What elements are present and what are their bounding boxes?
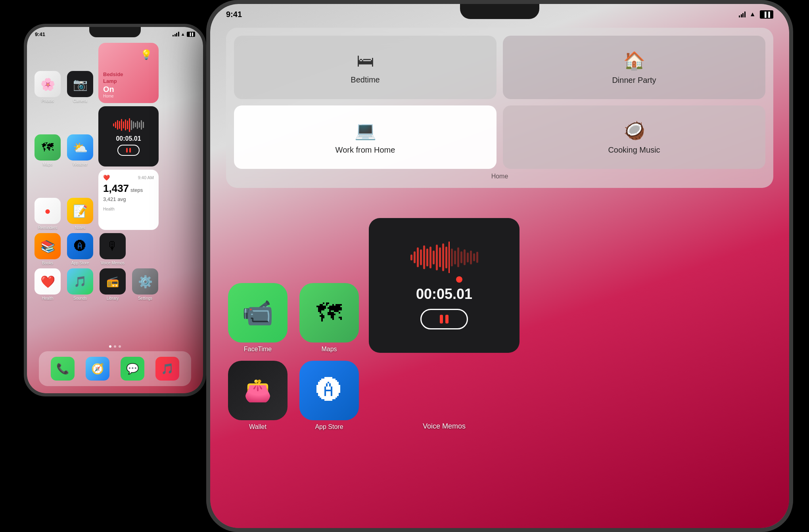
home-widget-status: On	[103, 85, 114, 94]
dock-phone[interactable]: 📞	[51, 357, 75, 381]
health-heart-icon: ❤️	[103, 174, 110, 181]
app-settings[interactable]: ⚙️ Settings	[131, 268, 159, 300]
home-widget-area: 🛏 Bedtime 🏠 Dinner Party 💻 Work from Hom…	[226, 28, 773, 188]
app-maps[interactable]: 🗺 Maps	[33, 134, 62, 166]
shortcut-dinner-party[interactable]: 🏠 Dinner Party	[503, 36, 765, 99]
large-app-facetime[interactable]: 📹 FaceTime	[226, 283, 289, 353]
small-status-time: 9:41	[35, 31, 45, 37]
large-app-wallet[interactable]: 👛 Wallet	[226, 361, 289, 431]
app-sounds[interactable]: 🎵 Sounds	[66, 268, 94, 300]
widget-health-small[interactable]: ❤️ 9:40 AM 1,437 steps 3,421 avg Health	[98, 170, 159, 230]
app-notes[interactable]: 📝 Notes	[66, 198, 94, 230]
large-signal-icon	[739, 11, 746, 17]
large-app-maps[interactable]: 🗺 Maps	[297, 283, 361, 353]
voice-pause-button-small[interactable]	[117, 145, 140, 156]
dock-safari[interactable]: 🧭	[86, 357, 109, 381]
large-status-time: 9:41	[226, 10, 242, 19]
battery-icon: ▐▐	[187, 32, 195, 37]
voice-time-small: 00:05.01	[116, 135, 141, 142]
bedtime-label: Bedtime	[351, 75, 380, 84]
large-app-section: 📹 FaceTime 🗺 Maps	[226, 218, 773, 438]
small-phone-screen: 9:41 ▲ ▐▐ 🌸 Photos	[27, 27, 203, 393]
wifi-icon: ▲	[181, 32, 185, 36]
shortcut-bedtime[interactable]: 🛏 Bedtime	[234, 36, 497, 99]
widget-home-small[interactable]: 💡 BedsideLamp On Home	[98, 43, 159, 103]
home-shortcuts-grid: 🛏 Bedtime 🏠 Dinner Party 💻 Work from Hom…	[234, 36, 765, 169]
app-camera[interactable]: 📷 Camera	[66, 71, 94, 103]
bedtime-icon: 🛏	[357, 51, 374, 71]
shortcut-cooking-music[interactable]: 🥥 Cooking Music	[503, 105, 765, 169]
app-photos[interactable]: 🌸 Photos	[33, 71, 62, 103]
widget-voice-small[interactable]: 00:05.01	[98, 106, 159, 166]
voice-pause-button-large[interactable]	[420, 309, 468, 329]
large-app-row-2: 👛 Wallet 🅐 App Store Voice Memos	[226, 361, 773, 431]
app-health[interactable]: ❤️ Health	[33, 268, 62, 300]
large-status-icons: ▲ ▐▐	[739, 10, 773, 19]
small-status-icons: ▲ ▐▐	[173, 32, 195, 37]
widget-voice-large[interactable]: 00:05.01	[369, 218, 520, 353]
app-appstore[interactable]: 🅐 App Store	[66, 233, 94, 265]
app-row-3: ● Reminders 📝 Notes ❤️ 9:40 AM	[33, 170, 197, 230]
waveform-large	[377, 241, 512, 273]
waveform-small	[113, 117, 144, 133]
small-app-grid: 🌸 Photos 📷 Camera 💡 BedsideLamp On Home	[33, 43, 197, 354]
dinner-label: Dinner Party	[612, 76, 656, 85]
large-wifi-icon: ▲	[750, 11, 756, 18]
large-app-appstore[interactable]: 🅐 App Store	[297, 361, 361, 431]
large-status-bar: 9:41 ▲ ▐▐	[226, 9, 773, 20]
work-label: Work from Home	[335, 145, 395, 155]
bulb-icon: 💡	[140, 49, 152, 60]
large-battery-icon: ▐▐	[760, 10, 773, 19]
large-voice-memos-label: Voice Memos	[369, 422, 520, 431]
page-dots	[109, 345, 121, 348]
waveform-needle-dot	[456, 276, 462, 283]
large-phone: 9:41 ▲ ▐▐ 🛏 Bedtime 🏠	[206, 0, 793, 532]
voice-time-large: 00:05.01	[416, 286, 472, 302]
app-reminders[interactable]: ● Reminders	[33, 198, 62, 230]
small-phone: 9:41 ▲ ▐▐ 🌸 Photos	[24, 24, 206, 396]
cooking-icon: 🥥	[623, 120, 645, 141]
app-books[interactable]: 📚 Books	[33, 233, 62, 265]
large-app-row-1: 📹 FaceTime 🗺 Maps	[226, 218, 773, 353]
home-widget-label: Home	[234, 173, 765, 180]
small-status-bar: 9:41 ▲ ▐▐	[35, 30, 195, 38]
app-weather[interactable]: ⛅ Weather	[66, 134, 94, 166]
signal-icon	[173, 32, 179, 36]
health-footer: Health	[103, 207, 154, 211]
work-icon: 💻	[355, 120, 376, 141]
app-voice-memos-small[interactable]: 🎙 Voice Memos	[98, 233, 127, 265]
large-phone-screen: 9:41 ▲ ▐▐ 🛏 Bedtime 🏠	[210, 4, 789, 528]
app-row-2: 🗺 Maps ⛅ Weather	[33, 106, 197, 166]
health-avg: 3,421	[103, 196, 116, 202]
app-library[interactable]: 📻 Library	[98, 268, 127, 300]
home-widget-footer: Home	[103, 94, 114, 98]
dock-music[interactable]: 🎵	[155, 357, 179, 381]
health-avg-label: avg	[118, 196, 126, 202]
app-row-5: ❤️ Health 🎵 Sounds 📻 Library	[33, 268, 197, 300]
dock-messages[interactable]: 💬	[121, 357, 144, 381]
dinner-icon: 🏠	[623, 50, 645, 71]
cooking-label: Cooking Music	[608, 145, 660, 155]
shortcut-work-from-home[interactable]: 💻 Work from Home	[234, 105, 497, 169]
app-row-4: 📚 Books 🅐 App Store 🎙 Voice Memos	[33, 233, 197, 265]
health-time: 9:40 AM	[138, 175, 154, 180]
health-steps-label: steps	[130, 187, 143, 193]
app-row-1: 🌸 Photos 📷 Camera 💡 BedsideLamp On Home	[33, 43, 197, 103]
dock-small: 📞 🧭 💬 🎵	[39, 351, 191, 386]
home-widget-title: BedsideLamp	[103, 71, 123, 85]
health-steps: 1,437	[103, 182, 129, 195]
